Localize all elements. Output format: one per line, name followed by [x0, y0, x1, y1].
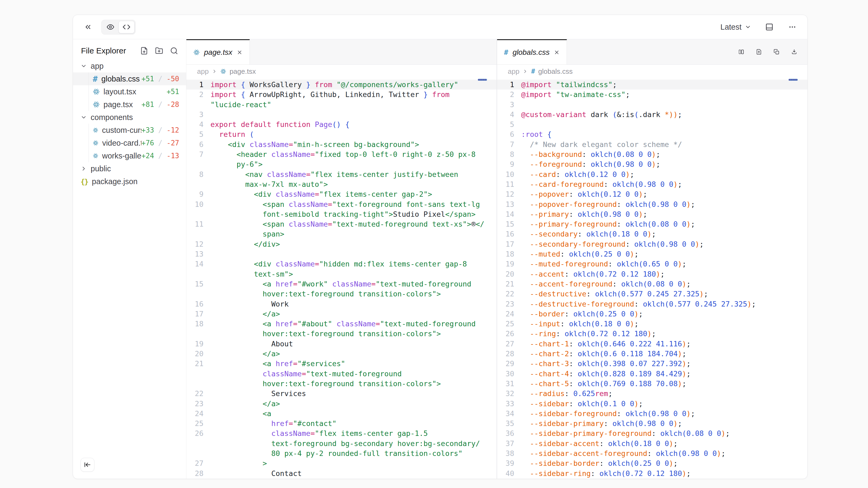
- line-number: 37: [497, 438, 514, 449]
- tree-file-globals.css[interactable]: #globals.css+51 / -50: [73, 72, 186, 85]
- chevron-right-icon: [523, 69, 528, 74]
- file-diff-button[interactable]: [754, 47, 764, 56]
- code-row: 27>: [186, 458, 497, 468]
- tree-file-page.tsx[interactable]: page.tsx+81 / -28: [73, 98, 186, 111]
- line-number: 36: [497, 428, 514, 438]
- collapse-sidebar-button[interactable]: [81, 458, 94, 472]
- code-line-text: --chart-4: oklch(0.828 0.189 84.429);: [521, 369, 691, 379]
- code-line-text: import { ArrowUpRight, Github, Linkedin,…: [211, 90, 450, 99]
- line-number: 21: [186, 359, 204, 368]
- line-number: 4: [497, 109, 514, 120]
- line-number: 16: [497, 229, 514, 239]
- code-line-text: About: [211, 339, 293, 349]
- tree-file-package.json[interactable]: {}package.json: [73, 175, 186, 188]
- more-options-button[interactable]: [786, 21, 799, 33]
- new-folder-button[interactable]: [155, 47, 163, 55]
- code-row: 9<div className="flex items-center gap-2…: [186, 189, 497, 199]
- breadcrumb-file[interactable]: page.tsx: [229, 67, 256, 76]
- editor-card: Latest File Explorer: [73, 15, 808, 479]
- line-number: 27: [186, 458, 204, 468]
- code-row: 26--ring: oklch(0.72 0.12 180);: [497, 329, 807, 338]
- code-row: 20</a>: [186, 349, 497, 359]
- download-button[interactable]: [789, 47, 799, 56]
- new-file-button[interactable]: [140, 47, 148, 55]
- tree-item-label: package.json: [92, 177, 138, 186]
- code-row: 8--background: oklch(0.08 0 0);: [497, 150, 807, 159]
- breadcrumb-folder[interactable]: app: [508, 67, 519, 76]
- line-number: 10: [497, 169, 514, 179]
- file-plus-icon: [140, 47, 148, 55]
- breadcrumb-folder[interactable]: app: [197, 67, 209, 76]
- code-row: 33--sidebar: oklch(0.1 0 0);: [497, 399, 807, 409]
- code-line-text: <span className="text-muted-foreground t…: [211, 219, 484, 229]
- tree-file-video-card.tsx[interactable]: video-card.tsx+76 / -27: [73, 136, 186, 150]
- file-diff-icon: [756, 48, 762, 56]
- code-line-text: import { WorksGallery } from "@/componen…: [211, 79, 458, 90]
- tree-folder-components[interactable]: components: [73, 111, 186, 124]
- line-number: 2: [186, 90, 204, 99]
- close-icon[interactable]: [554, 50, 560, 55]
- code-line-text: --chart-1: oklch(0.646 0.222 41.116);: [521, 339, 691, 349]
- tab-label: globals.css: [513, 48, 550, 57]
- breadcrumb-left: app page.tsx: [186, 65, 497, 78]
- code-line-text: <div className="flex items-center gap-2"…: [211, 189, 432, 199]
- search-files-button[interactable]: [170, 47, 178, 55]
- code-line-text: 80 px-4 py-2 rounded-full transition-col…: [211, 449, 463, 458]
- tree-folder-public[interactable]: public: [73, 162, 186, 175]
- code-line-text: text-sm">: [211, 269, 293, 279]
- code-row: className="text-muted-foreground: [186, 369, 497, 379]
- code-row: 16Work: [186, 299, 497, 309]
- tree-file-custom-curs[interactable]: custom-curs…+33 / -12: [73, 124, 186, 136]
- collapse-panel-button[interactable]: [82, 21, 94, 33]
- tab-bar-right: # globals.css: [497, 39, 807, 65]
- code-row: 15--primary-foreground: oklch(0.08 0 0);: [497, 219, 807, 229]
- code-toggle-button[interactable]: [119, 21, 134, 33]
- react-icon: [93, 139, 98, 147]
- code-line-text: Services: [211, 389, 306, 398]
- code-row: 13: [186, 249, 497, 259]
- panel-bottom-button[interactable]: [763, 21, 776, 33]
- code-row: 19--muted-foreground: oklch(0.65 0 0);: [497, 259, 807, 269]
- code-row: 12--popover: oklch(0.12 0 0);: [497, 189, 807, 199]
- tree-folder-app[interactable]: app: [73, 60, 186, 72]
- line-number: 10: [186, 199, 204, 209]
- line-number: 3: [497, 100, 514, 109]
- code-row: 1import { WorksGallery } from "@/compone…: [186, 79, 497, 90]
- code-row: 7<header className="fixed top-0 left-0 r…: [186, 150, 497, 159]
- code-line-text: </div>: [211, 239, 280, 249]
- tree-file-works-galler[interactable]: works-galler…+24 / -13: [73, 150, 186, 162]
- code-line-text: <a href="#services": [211, 359, 345, 368]
- code-row: 29--chart-3: oklch(0.398 0.07 227.392);: [497, 359, 807, 368]
- code-row: 3: [497, 100, 807, 109]
- close-icon[interactable]: [237, 50, 243, 55]
- css-icon: #: [531, 68, 535, 75]
- code-row: 2@import "tw-animate-css";: [497, 90, 807, 99]
- code-row: 18<a href="#about" className="text-muted…: [186, 319, 497, 329]
- tree-file-layout.tsx[interactable]: layout.tsx+51: [73, 85, 186, 98]
- preview-toggle-button[interactable]: [102, 21, 119, 33]
- code-line-text: <a href="#work" className="text-muted-fo…: [211, 279, 471, 289]
- copy-code-button[interactable]: [772, 47, 781, 56]
- code-line-text: href="#contact": [211, 419, 336, 428]
- code-editor-globals-css[interactable]: 1@import "tailwindcss";2@import "tw-anim…: [497, 78, 807, 479]
- toolbar-right: Latest: [719, 21, 799, 33]
- version-dropdown[interactable]: Latest: [719, 23, 753, 32]
- line-number: 33: [497, 399, 514, 409]
- file-explorer-header: File Explorer: [73, 39, 186, 60]
- line-number: 11: [186, 219, 204, 229]
- diff-badge: +24 / -13: [142, 152, 179, 160]
- code-line-text: --sidebar-primary-foreground: oklch(0.08…: [521, 428, 730, 438]
- code-line-text: </a>: [211, 399, 280, 409]
- split-view-button[interactable]: [737, 47, 746, 56]
- line-number: 1: [497, 79, 514, 90]
- code-row: 6:root {: [497, 129, 807, 139]
- code-editor-page-tsx[interactable]: 1import { WorksGallery } from "@/compone…: [186, 78, 497, 479]
- code-row: 27--chart-1: oklch(0.646 0.222 41.116);: [497, 339, 807, 349]
- tab-globals-css[interactable]: # globals.css: [497, 39, 567, 64]
- code-row: 17--secondary-foreground: oklch(0.98 0 0…: [497, 239, 807, 249]
- line-number: 16: [186, 299, 204, 309]
- tab-page-tsx[interactable]: page.tsx: [186, 39, 250, 64]
- breadcrumb-file[interactable]: globals.css: [538, 67, 573, 76]
- line-number: [186, 438, 204, 449]
- line-number: 23: [497, 299, 514, 309]
